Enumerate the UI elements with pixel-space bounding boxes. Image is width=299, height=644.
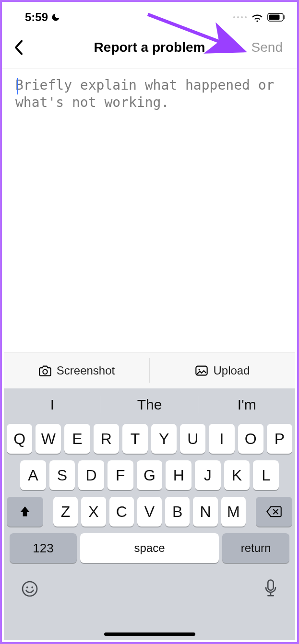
- svg-point-3: [245, 16, 247, 18]
- key-q[interactable]: Q: [7, 424, 32, 454]
- key-row-2: A S D F G H J K L: [7, 460, 292, 490]
- key-p[interactable]: P: [267, 424, 292, 454]
- mic-icon: [263, 579, 278, 598]
- key-f[interactable]: F: [108, 460, 133, 490]
- status-right: [233, 12, 286, 22]
- upload-button[interactable]: Upload: [150, 352, 295, 388]
- status-bar: 5:59: [2, 2, 297, 30]
- suggestion-1[interactable]: I: [4, 397, 101, 413]
- key-i[interactable]: I: [209, 424, 234, 454]
- key-m[interactable]: M: [221, 497, 246, 527]
- key-b[interactable]: B: [165, 497, 190, 527]
- back-button[interactable]: [13, 38, 33, 57]
- signal-dots-icon: [233, 15, 247, 20]
- svg-point-11: [26, 586, 28, 588]
- key-z[interactable]: Z: [53, 497, 78, 527]
- numbers-key[interactable]: 123: [10, 533, 77, 563]
- key-y[interactable]: Y: [151, 424, 177, 454]
- key-h[interactable]: H: [166, 460, 191, 490]
- moon-icon: [51, 12, 60, 22]
- svg-rect-6: [284, 15, 285, 19]
- backspace-key[interactable]: [256, 497, 292, 527]
- battery-icon: [267, 13, 286, 22]
- dictation-button[interactable]: [263, 579, 278, 598]
- screenshot-label: Screenshot: [57, 364, 115, 377]
- svg-point-2: [241, 16, 243, 18]
- key-n[interactable]: N: [193, 497, 217, 527]
- svg-point-1: [237, 16, 239, 18]
- svg-point-12: [31, 586, 33, 588]
- problem-text-wrap: [2, 69, 297, 355]
- svg-point-9: [199, 368, 201, 370]
- key-e[interactable]: E: [64, 424, 90, 454]
- text-cursor: [17, 78, 18, 94]
- key-v[interactable]: V: [137, 497, 162, 527]
- home-indicator: [104, 632, 195, 636]
- emoji-button[interactable]: [21, 580, 38, 597]
- attach-bar: Screenshot Upload: [4, 352, 295, 388]
- app-bar: Report a problem Send: [2, 30, 297, 69]
- key-u[interactable]: U: [180, 424, 205, 454]
- return-key[interactable]: return: [222, 533, 289, 563]
- shift-icon: [19, 505, 31, 518]
- shift-key[interactable]: [7, 497, 43, 527]
- screenshot-button[interactable]: Screenshot: [4, 352, 149, 388]
- suggestion-3[interactable]: I'm: [198, 397, 295, 413]
- space-key[interactable]: space: [80, 533, 219, 563]
- keyboard-footer: [4, 565, 295, 608]
- emoji-icon: [21, 580, 38, 597]
- backspace-icon: [266, 505, 282, 518]
- wifi-icon: [251, 12, 263, 22]
- key-w[interactable]: W: [36, 424, 61, 454]
- key-o[interactable]: O: [238, 424, 263, 454]
- key-j[interactable]: J: [195, 460, 221, 490]
- key-t[interactable]: T: [122, 424, 148, 454]
- page-title: Report a problem: [94, 40, 205, 55]
- key-d[interactable]: D: [78, 460, 104, 490]
- key-k[interactable]: K: [224, 460, 250, 490]
- svg-rect-5: [269, 15, 280, 20]
- key-row-4: 123 space return: [7, 533, 292, 563]
- key-r[interactable]: R: [94, 424, 119, 454]
- image-icon: [195, 365, 208, 376]
- status-left: 5:59: [25, 11, 60, 24]
- status-time: 5:59: [25, 11, 48, 24]
- camera-icon: [38, 365, 52, 376]
- key-g[interactable]: G: [137, 460, 163, 490]
- suggestion-2[interactable]: The: [101, 397, 198, 413]
- svg-rect-13: [268, 580, 273, 590]
- svg-point-10: [23, 582, 37, 596]
- upload-label: Upload: [213, 364, 250, 377]
- chevron-left-icon: [13, 40, 24, 55]
- key-c[interactable]: C: [109, 497, 134, 527]
- suggestion-bar: I The I'm: [4, 388, 295, 421]
- key-s[interactable]: S: [49, 460, 75, 490]
- key-row-1: Q W E R T Y U I O P: [7, 424, 292, 454]
- problem-input[interactable]: [15, 77, 284, 345]
- svg-point-7: [43, 369, 47, 374]
- svg-point-0: [233, 16, 235, 18]
- key-row-3: Z X C V B N M: [7, 497, 292, 527]
- keyboard: I The I'm Q W E R T Y U I O P A S D F G …: [4, 388, 295, 640]
- send-button[interactable]: Send: [251, 40, 286, 55]
- key-l[interactable]: L: [253, 460, 279, 490]
- key-x[interactable]: X: [81, 497, 106, 527]
- key-a[interactable]: A: [20, 460, 46, 490]
